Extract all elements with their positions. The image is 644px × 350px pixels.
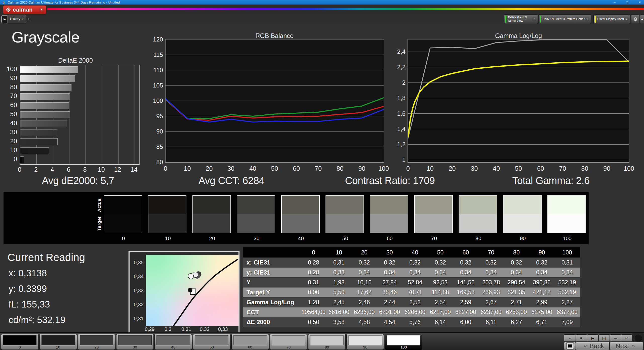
grayscale-swatch-80 (459, 195, 497, 233)
table-cell: 0,34 (453, 268, 478, 278)
deltae-xtick-6: 6 (60, 166, 77, 173)
xtick-80: 80 (331, 165, 349, 172)
pattern-button-100[interactable]: 100 (385, 334, 422, 350)
cie-ytick-0,33: 0,33 (131, 288, 144, 293)
table-cell: 4,54 (377, 317, 402, 327)
deltae-bar-10 (20, 147, 49, 154)
row-label: y: CIE31 (243, 268, 301, 278)
swatch-label-90: 90 (503, 235, 543, 241)
swatch-label-60: 60 (370, 235, 409, 241)
pattern-button-10[interactable]: 10 (39, 334, 77, 350)
transport-stop-icon[interactable]: ■ (576, 334, 587, 342)
back-button[interactable]: « Back (576, 342, 610, 350)
deltae-gridline (86, 65, 86, 164)
transport-continuous-icon[interactable]: ∞ (610, 334, 621, 342)
stat-avg-de2000: Avg dE2000: 5,7 (0, 175, 156, 186)
pattern-button-90[interactable]: 90 (346, 334, 384, 350)
deltae-bar-60 (20, 102, 69, 109)
table-cell: 2,52 (402, 297, 428, 307)
table-cell: 2,71 (504, 297, 529, 307)
table-cell: 0,31 (301, 278, 326, 287)
next-button[interactable]: Next » (610, 342, 643, 350)
gamma-chart (408, 39, 629, 162)
cie-ytick-0,32: 0,32 (131, 302, 144, 308)
transport-play-icon[interactable]: ▶ (587, 334, 598, 342)
pattern-window-button[interactable] (564, 342, 576, 350)
calman-menu-button[interactable]: calman ▼ (3, 5, 46, 14)
deltae-bar-80 (20, 84, 71, 91)
xtick-40: 40 (244, 165, 262, 172)
table-cell: 0,34 (478, 268, 504, 278)
swatch-actual-0 (104, 196, 142, 214)
pattern-button-80[interactable]: 80 (308, 334, 346, 350)
settings-gear-icon[interactable]: ⚙ (631, 14, 640, 24)
display-control-dropdown[interactable]: Direct Display Control ▼ (593, 14, 630, 24)
back-arrow-icon: « (584, 342, 587, 349)
table-cell: 10564,00 (301, 308, 326, 317)
table-cell: 6616,00 (326, 308, 352, 317)
swatch-label-100: 100 (547, 235, 587, 241)
deltae-tick-60: 60 (2, 101, 17, 109)
close-button[interactable]: × (637, 0, 642, 5)
row-label: ΔE 2000 (243, 317, 301, 327)
gamma-chart-title: Gamma Log/Log (468, 32, 569, 39)
swatch-actual-10 (148, 196, 186, 214)
add-tab-button[interactable]: + (26, 16, 31, 22)
xtick-80: 80 (576, 165, 593, 172)
table-cell: 0,28 (301, 268, 326, 278)
deltae-bar-100 (20, 66, 78, 73)
pattern-swatch-80 (310, 335, 344, 345)
xtick-0: 0 (399, 165, 417, 172)
chevron-down-icon[interactable]: ▼ (624, 17, 629, 21)
table-cell: 3,58 (326, 317, 352, 327)
tab-scroll-button[interactable]: ▶ (1, 15, 8, 23)
pattern-generator-dropdown[interactable]: CalMAN Client 3 Pattern Generator ▼ (539, 14, 591, 24)
pattern-button-70[interactable]: 70 (270, 334, 307, 350)
app-pinwheel-icon (2, 1, 6, 4)
pattern-button-40[interactable]: 40 (154, 334, 192, 350)
pattern-swatch-10 (42, 335, 75, 345)
top-toolbar: calman ▼ ▶ History 1 + X-Rite i1Pro 3 Di… (0, 5, 644, 24)
table-cell: 290,54 (504, 278, 529, 287)
pattern-button-60[interactable]: 60 (231, 334, 269, 350)
transport-range-icon[interactable]: [··] (598, 334, 610, 342)
current-reading-y: y: 0,3399 (9, 284, 47, 294)
swatch-label-40: 40 (281, 235, 321, 241)
table-cell: 17,62 (352, 288, 377, 297)
chevron-down-icon[interactable]: ▼ (532, 17, 536, 21)
maximize-button[interactable]: □ (624, 0, 630, 5)
table-cell: 6227,00 (453, 308, 478, 317)
swatch-target-90 (504, 214, 541, 233)
pattern-button-30[interactable]: 30 (116, 334, 154, 350)
ytick-1,2: 1,2 (383, 141, 406, 148)
transport-refresh-icon[interactable]: ⟳ (621, 334, 632, 342)
next-arrow-icon: » (632, 342, 635, 349)
pattern-button-50[interactable]: 50 (193, 334, 230, 350)
collapse-panel-icon[interactable]: ◀ (640, 14, 644, 24)
tab-history-1[interactable]: History 1 (7, 15, 26, 23)
minimize-button[interactable]: – (612, 0, 617, 5)
table-cell: 2,99 (529, 297, 554, 307)
table-row-Gamma Log/Log: Gamma Log/Log1,282,452,462,442,522,542,5… (243, 297, 580, 307)
pattern-button-20[interactable]: 20 (78, 334, 115, 350)
table-header-10: 10 (326, 247, 352, 257)
table-header-0: 0 (301, 247, 326, 257)
chevron-down-icon[interactable]: ▼ (585, 17, 589, 21)
table-cell: 0,00 (301, 288, 326, 297)
swatch-target-70 (415, 214, 452, 233)
swatch-target-30 (237, 214, 275, 233)
pattern-swatch-100 (387, 335, 420, 345)
xtick-30: 30 (222, 165, 240, 172)
current-reading-x: x: 0,3138 (9, 268, 47, 279)
meter-dropdown[interactable]: X-Rite i1Pro 3 Direct View ▼ (504, 14, 538, 24)
swatch-label-50: 50 (326, 235, 365, 241)
chevron-down-icon[interactable]: ▼ (39, 7, 44, 12)
current-reading-fl: fL: 155,33 (9, 299, 50, 310)
table-cell: 0,34 (402, 268, 428, 278)
table-cell: 0,32 (352, 258, 377, 268)
table-cell: 421,12 (529, 288, 554, 297)
scroll-up-button[interactable]: ▲ (564, 334, 576, 342)
pattern-button-0[interactable]: 0 (1, 334, 38, 350)
table-cell: 5,76 (402, 317, 428, 327)
ytick-1,8: 1,8 (383, 95, 406, 102)
